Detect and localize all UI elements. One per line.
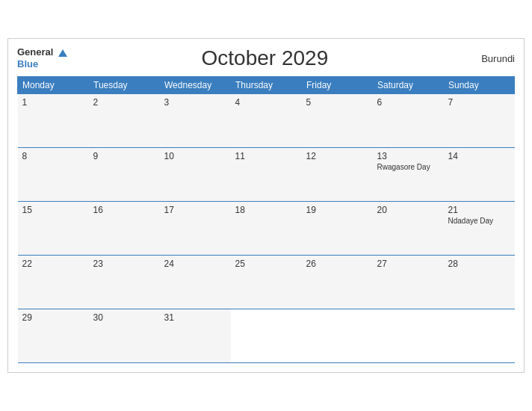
logo-blue-text: Blue <box>17 58 38 69</box>
calendar-day: 3 <box>160 94 231 148</box>
calendar-day: 12 <box>302 148 373 202</box>
week-row-1: 1234567 <box>18 94 515 148</box>
calendar-day: 15 <box>18 202 89 256</box>
logo-top-row: General <box>17 46 67 58</box>
calendar-day: 11 <box>231 148 302 202</box>
calendar-day: 9 <box>89 148 160 202</box>
day-number: 16 <box>93 205 155 215</box>
calendar-day: 2 <box>89 94 160 148</box>
day-number: 27 <box>377 259 439 269</box>
day-number: 5 <box>306 97 368 108</box>
day-number: 2 <box>93 97 155 108</box>
day-number: 21 <box>448 205 510 215</box>
calendar-day: 13Rwagasore Day <box>373 148 444 202</box>
holiday-label: Rwagasore Day <box>377 163 439 171</box>
calendar-day: 16 <box>89 202 160 256</box>
calendar-day <box>302 309 373 363</box>
calendar-day: 19 <box>302 202 373 256</box>
calendar-day: 29 <box>18 309 89 363</box>
calendar-day: 7 <box>444 94 515 148</box>
calendar-title: October 2029 <box>67 46 463 70</box>
calendar-day: 1 <box>18 94 89 148</box>
header-saturday: Saturday <box>373 77 444 94</box>
day-number: 29 <box>22 312 84 323</box>
calendar-day <box>231 309 302 363</box>
calendar-country: Burundi <box>463 53 515 64</box>
calendar-day: 22 <box>18 256 89 309</box>
calendar-day: 20 <box>373 202 444 256</box>
day-number: 12 <box>306 151 368 161</box>
calendar-day: 5 <box>302 94 373 148</box>
calendar-day <box>373 309 444 363</box>
header-sunday: Sunday <box>444 77 515 94</box>
calendar-day: 27 <box>373 256 444 309</box>
day-number: 9 <box>93 151 155 161</box>
calendar-day: 14 <box>444 148 515 202</box>
day-number: 24 <box>164 259 226 269</box>
calendar-day: 28 <box>444 256 515 309</box>
day-number: 19 <box>306 205 368 215</box>
header-thursday: Thursday <box>231 77 302 94</box>
calendar-day: 10 <box>160 148 231 202</box>
calendar-container: General Blue October 2029 Burundi Monday… <box>7 38 525 373</box>
logo-triangle-icon <box>58 49 67 57</box>
day-number: 11 <box>235 151 297 161</box>
week-row-4: 22232425262728 <box>18 256 515 309</box>
week-row-3: 15161718192021Ndadaye Day <box>18 202 515 256</box>
day-number: 20 <box>377 205 439 215</box>
day-number: 22 <box>22 259 84 269</box>
day-number: 13 <box>377 151 439 161</box>
calendar-day: 31 <box>160 309 231 363</box>
holiday-label: Ndadaye Day <box>448 217 510 225</box>
calendar-day: 30 <box>89 309 160 363</box>
calendar-header: General Blue October 2029 Burundi <box>17 46 515 70</box>
day-number: 14 <box>448 151 510 161</box>
calendar-day: 4 <box>231 94 302 148</box>
day-number: 15 <box>22 205 84 215</box>
day-number: 3 <box>164 97 226 108</box>
days-header-row: Monday Tuesday Wednesday Thursday Friday… <box>18 77 515 94</box>
calendar-day: 18 <box>231 202 302 256</box>
header-wednesday: Wednesday <box>160 77 231 94</box>
logo: General Blue <box>17 46 67 69</box>
day-number: 25 <box>235 259 297 269</box>
day-number: 6 <box>377 97 439 108</box>
header-monday: Monday <box>18 77 89 94</box>
calendar-day: 24 <box>160 256 231 309</box>
logo-general-text: General <box>17 46 53 58</box>
week-row-2: 8910111213Rwagasore Day14 <box>18 148 515 202</box>
calendar-day: 21Ndadaye Day <box>444 202 515 256</box>
calendar-day: 17 <box>160 202 231 256</box>
day-number: 17 <box>164 205 226 215</box>
calendar-grid: Monday Tuesday Wednesday Thursday Friday… <box>17 76 515 363</box>
day-number: 23 <box>93 259 155 269</box>
calendar-day <box>444 309 515 363</box>
calendar-day: 8 <box>18 148 89 202</box>
header-friday: Friday <box>302 77 373 94</box>
day-number: 31 <box>164 312 226 323</box>
day-number: 18 <box>235 205 297 215</box>
header-tuesday: Tuesday <box>89 77 160 94</box>
day-number: 1 <box>22 97 84 108</box>
calendar-day: 25 <box>231 256 302 309</box>
day-number: 8 <box>22 151 84 161</box>
day-number: 28 <box>448 259 510 269</box>
calendar-day: 6 <box>373 94 444 148</box>
calendar-day: 23 <box>89 256 160 309</box>
day-number: 7 <box>448 97 510 108</box>
day-number: 4 <box>235 97 297 108</box>
day-number: 30 <box>93 312 155 323</box>
calendar-day: 26 <box>302 256 373 309</box>
day-number: 10 <box>164 151 226 161</box>
week-row-5: 293031 <box>18 309 515 363</box>
day-number: 26 <box>306 259 368 269</box>
